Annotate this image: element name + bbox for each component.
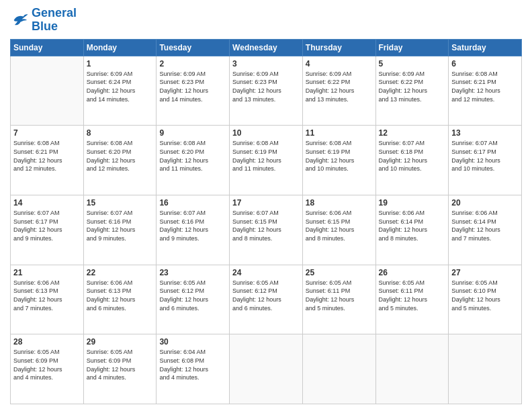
- calendar-header-row: SundayMondayTuesdayWednesdayThursdayFrid…: [11, 39, 522, 56]
- calendar-cell: 23Sunrise: 6:05 AM Sunset: 6:12 PM Dayli…: [157, 265, 230, 334]
- calendar-cell: 5Sunrise: 6:09 AM Sunset: 6:22 PM Daylig…: [375, 56, 449, 126]
- calendar-cell: 7Sunrise: 6:08 AM Sunset: 6:21 PM Daylig…: [11, 126, 84, 195]
- day-info: Sunrise: 6:05 AM Sunset: 6:09 PM Dayligh…: [13, 348, 81, 381]
- day-info: Sunrise: 6:04 AM Sunset: 6:08 PM Dayligh…: [159, 348, 226, 381]
- calendar-cell: 6Sunrise: 6:08 AM Sunset: 6:21 PM Daylig…: [449, 56, 522, 126]
- day-info: Sunrise: 6:08 AM Sunset: 6:21 PM Dayligh…: [451, 70, 519, 103]
- day-number: 30: [159, 336, 226, 347]
- day-info: Sunrise: 6:07 AM Sunset: 6:16 PM Dayligh…: [159, 209, 226, 242]
- col-header-saturday: Saturday: [449, 39, 522, 56]
- day-number: 26: [379, 267, 446, 278]
- calendar-cell: 10Sunrise: 6:08 AM Sunset: 6:19 PM Dayli…: [230, 126, 303, 195]
- day-info: Sunrise: 6:07 AM Sunset: 6:17 PM Dayligh…: [451, 139, 519, 173]
- calendar-week-4: 21Sunrise: 6:06 AM Sunset: 6:13 PM Dayli…: [11, 265, 522, 334]
- calendar-cell: 27Sunrise: 6:05 AM Sunset: 6:10 PM Dayli…: [449, 265, 522, 334]
- day-number: 14: [13, 197, 81, 208]
- day-info: Sunrise: 6:05 AM Sunset: 6:09 PM Dayligh…: [87, 348, 154, 381]
- day-info: Sunrise: 6:06 AM Sunset: 6:15 PM Dayligh…: [306, 209, 373, 242]
- logo-bird-icon: [10, 11, 29, 30]
- day-number: 5: [379, 58, 446, 69]
- day-number: 21: [13, 267, 81, 278]
- calendar-cell: 19Sunrise: 6:06 AM Sunset: 6:14 PM Dayli…: [375, 195, 449, 265]
- day-info: Sunrise: 6:07 AM Sunset: 6:16 PM Dayligh…: [87, 209, 154, 242]
- day-info: Sunrise: 6:09 AM Sunset: 6:22 PM Dayligh…: [379, 70, 446, 103]
- day-info: Sunrise: 6:05 AM Sunset: 6:12 PM Dayligh…: [159, 279, 226, 312]
- day-number: 7: [13, 128, 81, 138]
- calendar-cell: [11, 56, 84, 126]
- day-number: 24: [232, 267, 300, 278]
- col-header-wednesday: Wednesday: [230, 39, 303, 56]
- calendar-table: SundayMondayTuesdayWednesdayThursdayFrid…: [10, 39, 522, 404]
- day-number: 25: [306, 267, 373, 278]
- day-info: Sunrise: 6:06 AM Sunset: 6:14 PM Dayligh…: [379, 209, 446, 242]
- day-number: 23: [159, 267, 226, 278]
- calendar-week-5: 28Sunrise: 6:05 AM Sunset: 6:09 PM Dayli…: [11, 334, 522, 404]
- day-number: 15: [87, 197, 154, 208]
- calendar-cell: 1Sunrise: 6:09 AM Sunset: 6:24 PM Daylig…: [83, 56, 157, 126]
- day-number: 13: [451, 128, 519, 138]
- day-info: Sunrise: 6:08 AM Sunset: 6:21 PM Dayligh…: [13, 139, 81, 173]
- day-info: Sunrise: 6:08 AM Sunset: 6:20 PM Dayligh…: [159, 139, 226, 173]
- day-number: 3: [232, 58, 300, 69]
- col-header-monday: Monday: [83, 39, 157, 56]
- calendar-cell: 25Sunrise: 6:05 AM Sunset: 6:11 PM Dayli…: [302, 265, 375, 334]
- calendar-cell: 8Sunrise: 6:08 AM Sunset: 6:20 PM Daylig…: [83, 126, 157, 195]
- calendar-cell: [449, 334, 522, 404]
- calendar-cell: 26Sunrise: 6:05 AM Sunset: 6:11 PM Dayli…: [375, 265, 449, 334]
- day-info: Sunrise: 6:07 AM Sunset: 6:18 PM Dayligh…: [379, 139, 446, 173]
- day-info: Sunrise: 6:09 AM Sunset: 6:24 PM Dayligh…: [87, 70, 154, 103]
- day-info: Sunrise: 6:08 AM Sunset: 6:20 PM Dayligh…: [87, 139, 154, 173]
- calendar-cell: [230, 334, 303, 404]
- calendar-cell: [375, 334, 449, 404]
- calendar-week-3: 14Sunrise: 6:07 AM Sunset: 6:17 PM Dayli…: [11, 195, 522, 265]
- calendar-cell: 16Sunrise: 6:07 AM Sunset: 6:16 PM Dayli…: [157, 195, 230, 265]
- day-info: Sunrise: 6:05 AM Sunset: 6:10 PM Dayligh…: [451, 279, 519, 312]
- calendar-cell: 11Sunrise: 6:08 AM Sunset: 6:19 PM Dayli…: [302, 126, 375, 195]
- day-number: 10: [232, 128, 300, 138]
- day-number: 22: [87, 267, 154, 278]
- col-header-sunday: Sunday: [11, 39, 84, 56]
- day-number: 16: [159, 197, 226, 208]
- calendar-cell: 29Sunrise: 6:05 AM Sunset: 6:09 PM Dayli…: [83, 334, 157, 404]
- day-number: 20: [451, 197, 519, 208]
- day-number: 28: [13, 336, 81, 347]
- day-info: Sunrise: 6:09 AM Sunset: 6:23 PM Dayligh…: [159, 70, 226, 103]
- day-number: 17: [232, 197, 300, 208]
- day-number: 27: [451, 267, 519, 278]
- calendar-cell: 22Sunrise: 6:06 AM Sunset: 6:13 PM Dayli…: [83, 265, 157, 334]
- day-info: Sunrise: 6:05 AM Sunset: 6:11 PM Dayligh…: [306, 279, 373, 312]
- calendar-cell: 14Sunrise: 6:07 AM Sunset: 6:17 PM Dayli…: [11, 195, 84, 265]
- day-number: 11: [306, 128, 373, 138]
- calendar-cell: 24Sunrise: 6:05 AM Sunset: 6:12 PM Dayli…: [230, 265, 303, 334]
- header: General Blue: [10, 7, 522, 34]
- page: General Blue SundayMondayTuesdayWednesda…: [0, 0, 532, 411]
- day-number: 6: [451, 58, 519, 69]
- day-info: Sunrise: 6:06 AM Sunset: 6:13 PM Dayligh…: [13, 279, 81, 312]
- col-header-tuesday: Tuesday: [157, 39, 230, 56]
- calendar-cell: 13Sunrise: 6:07 AM Sunset: 6:17 PM Dayli…: [449, 126, 522, 195]
- logo-text: General Blue: [32, 7, 77, 34]
- calendar-cell: 28Sunrise: 6:05 AM Sunset: 6:09 PM Dayli…: [11, 334, 84, 404]
- calendar-cell: 4Sunrise: 6:09 AM Sunset: 6:22 PM Daylig…: [302, 56, 375, 126]
- day-number: 2: [159, 58, 226, 69]
- calendar-week-2: 7Sunrise: 6:08 AM Sunset: 6:21 PM Daylig…: [11, 126, 522, 195]
- calendar-cell: 20Sunrise: 6:06 AM Sunset: 6:14 PM Dayli…: [449, 195, 522, 265]
- day-info: Sunrise: 6:06 AM Sunset: 6:14 PM Dayligh…: [451, 209, 519, 242]
- calendar-cell: 12Sunrise: 6:07 AM Sunset: 6:18 PM Dayli…: [375, 126, 449, 195]
- day-info: Sunrise: 6:07 AM Sunset: 6:17 PM Dayligh…: [13, 209, 81, 242]
- day-number: 12: [379, 128, 446, 138]
- logo: General Blue: [10, 7, 77, 34]
- calendar-cell: 21Sunrise: 6:06 AM Sunset: 6:13 PM Dayli…: [11, 265, 84, 334]
- day-number: 1: [87, 58, 154, 69]
- day-number: 18: [306, 197, 373, 208]
- day-number: 4: [306, 58, 373, 69]
- day-info: Sunrise: 6:05 AM Sunset: 6:12 PM Dayligh…: [232, 279, 300, 312]
- day-info: Sunrise: 6:05 AM Sunset: 6:11 PM Dayligh…: [379, 279, 446, 312]
- day-info: Sunrise: 6:09 AM Sunset: 6:22 PM Dayligh…: [306, 70, 373, 103]
- calendar-cell: 15Sunrise: 6:07 AM Sunset: 6:16 PM Dayli…: [83, 195, 157, 265]
- day-info: Sunrise: 6:09 AM Sunset: 6:23 PM Dayligh…: [232, 70, 300, 103]
- calendar-week-1: 1Sunrise: 6:09 AM Sunset: 6:24 PM Daylig…: [11, 56, 522, 126]
- calendar-cell: 17Sunrise: 6:07 AM Sunset: 6:15 PM Dayli…: [230, 195, 303, 265]
- col-header-thursday: Thursday: [302, 39, 375, 56]
- day-info: Sunrise: 6:07 AM Sunset: 6:15 PM Dayligh…: [232, 209, 300, 242]
